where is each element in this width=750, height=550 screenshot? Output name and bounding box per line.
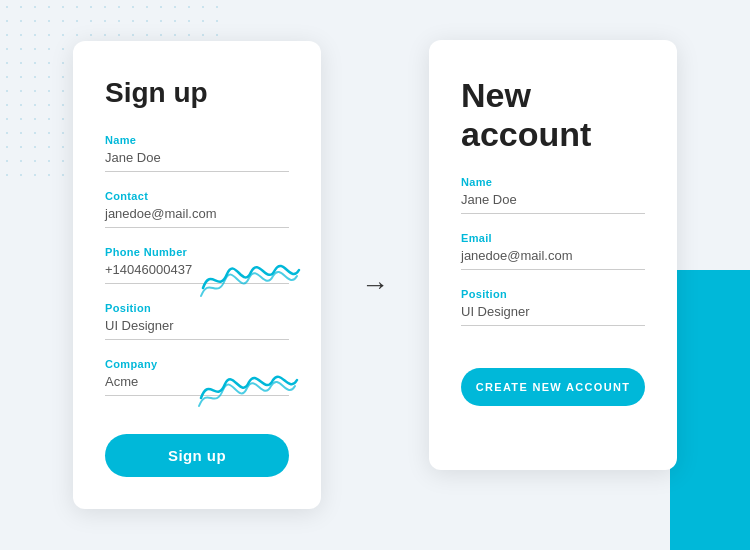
left-card-title: Sign up	[105, 77, 289, 109]
left-position-field: Position UI Designer	[105, 302, 289, 340]
left-card: Sign up Name Jane Doe Contact janedoe@ma…	[73, 41, 321, 508]
left-position-value: UI Designer	[105, 318, 289, 340]
right-email-label: Email	[461, 232, 645, 244]
left-contact-field: Contact janedoe@mail.com	[105, 190, 289, 228]
left-phone-label: Phone Number	[105, 246, 289, 258]
right-card-title: New account	[461, 76, 645, 154]
right-card-title-line2: account	[461, 115, 591, 153]
right-position-label: Position	[461, 288, 645, 300]
right-email-field: Email janedoe@mail.com	[461, 232, 645, 270]
left-company-field: Company Acme	[105, 358, 289, 396]
left-company-label: Company	[105, 358, 289, 370]
right-email-value: janedoe@mail.com	[461, 248, 645, 270]
right-name-field: Name Jane Doe	[461, 176, 645, 214]
right-name-value: Jane Doe	[461, 192, 645, 214]
right-name-label: Name	[461, 176, 645, 188]
left-contact-label: Contact	[105, 190, 289, 202]
arrow-icon: →	[361, 269, 389, 301]
left-name-field: Name Jane Doe	[105, 134, 289, 172]
left-position-label: Position	[105, 302, 289, 314]
left-company-value: Acme	[105, 374, 289, 396]
left-contact-value: janedoe@mail.com	[105, 206, 289, 228]
arrow-between-cards: →	[361, 269, 389, 301]
left-phone-value: +14046000437	[105, 262, 289, 284]
right-position-field: Position UI Designer	[461, 288, 645, 326]
right-card: New account Name Jane Doe Email janedoe@…	[429, 40, 677, 470]
left-name-label: Name	[105, 134, 289, 146]
right-position-value: UI Designer	[461, 304, 645, 326]
left-name-value: Jane Doe	[105, 150, 289, 172]
main-container: Sign up Name Jane Doe Contact janedoe@ma…	[0, 0, 750, 550]
signup-button[interactable]: Sign up	[105, 434, 289, 477]
right-card-title-line1: New	[461, 76, 531, 114]
left-phone-field: Phone Number +14046000437	[105, 246, 289, 284]
create-account-button[interactable]: CREATE NEW ACCOUNT	[461, 368, 645, 406]
